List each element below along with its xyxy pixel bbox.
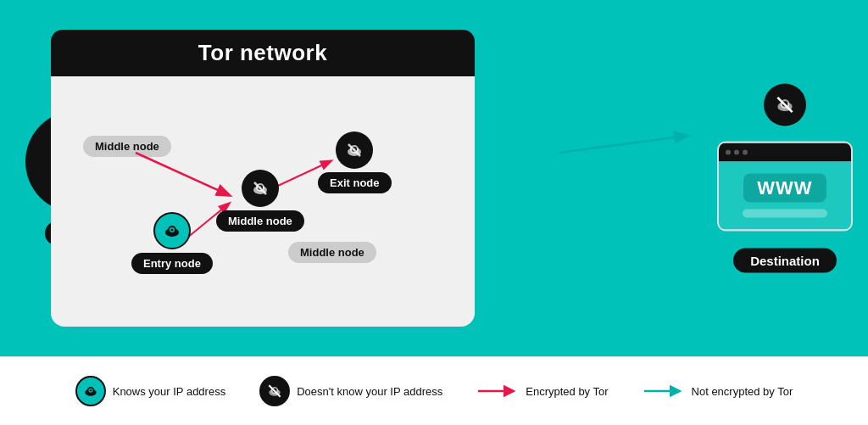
- legend-not-encrypted: Not encrypted by Tor: [643, 384, 793, 398]
- legend-encrypted-text: Encrypted by Tor: [526, 385, 608, 398]
- middle-node-dark-icon: [242, 170, 279, 207]
- tor-content: Entry node Middle node Middle node: [51, 76, 475, 331]
- middle-node-bottom-right-label: Middle node: [288, 242, 376, 263]
- destination-icon: [764, 84, 806, 126]
- browser-dot-2: [734, 150, 739, 155]
- middle-node-dark: Middle node: [216, 170, 304, 232]
- tor-network-box: Tor network: [51, 30, 475, 327]
- browser-dot-3: [743, 150, 748, 155]
- legend-not-encrypted-arrow: [643, 384, 685, 398]
- exit-node-icon: [336, 131, 373, 169]
- svg-line-24: [559, 136, 687, 153]
- middle-node-dark-label: Middle node: [216, 210, 304, 232]
- legend-bar: Knows your IP address Doesn't know your …: [0, 356, 868, 425]
- entry-node: Entry node: [131, 212, 213, 274]
- legend-knows-ip-text: Knows your IP address: [113, 385, 225, 398]
- entry-node-label: Entry node: [131, 253, 213, 274]
- svg-point-32: [89, 389, 92, 392]
- legend-doesnt-know-ip-icon: [259, 376, 290, 406]
- legend-doesnt-know-ip-text: Doesn't know your IP address: [297, 385, 442, 398]
- exit-node-label: Exit node: [318, 172, 392, 193]
- middle-node-top-left: Middle node: [83, 136, 171, 157]
- tor-title: Tor network: [198, 40, 327, 65]
- browser-header: [719, 143, 851, 162]
- tor-header: Tor network: [51, 30, 475, 76]
- exit-to-dest-arrow: [551, 110, 704, 178]
- legend-not-encrypted-text: Not encrypted by Tor: [692, 385, 793, 398]
- legend-encrypted: Encrypted by Tor: [476, 384, 608, 398]
- entry-node-icon: [153, 212, 191, 249]
- www-badge: WWW: [743, 174, 826, 203]
- legend-doesnt-know-ip: Doesn't know your IP address: [259, 376, 442, 406]
- legend-knows-ip-icon: [75, 376, 106, 406]
- browser-dot-1: [726, 150, 731, 155]
- middle-node-top-left-label: Middle node: [83, 136, 171, 157]
- legend-knows-ip: Knows your IP address: [75, 376, 225, 406]
- main-area: User Tor network: [0, 0, 868, 356]
- svg-point-12: [170, 229, 173, 232]
- middle-node-bottom-right: Middle node: [288, 242, 376, 263]
- browser-search-bar: [743, 210, 827, 218]
- browser-body: WWW: [719, 162, 851, 230]
- browser-window: WWW: [717, 142, 853, 232]
- exit-node: Exit node: [318, 131, 392, 193]
- legend-encrypted-arrow: [476, 384, 519, 398]
- destination-label: Destination: [733, 249, 837, 273]
- destination-section: WWW Destination: [717, 84, 853, 273]
